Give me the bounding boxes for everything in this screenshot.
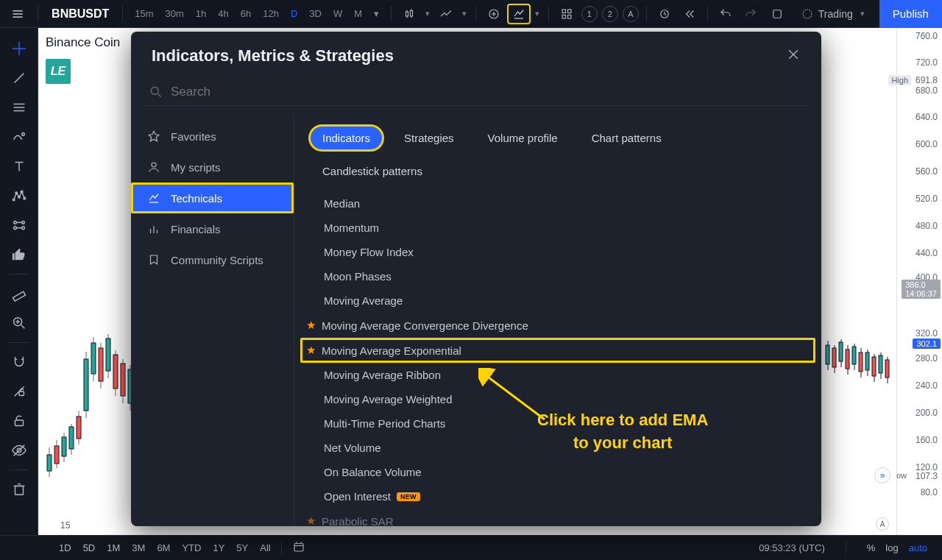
clock-label[interactable]: 09:53:23 (UTC): [759, 542, 825, 553]
tab-candlestick-patterns[interactable]: Candlestick patterns: [311, 160, 434, 182]
tf-3d[interactable]: 3D: [305, 7, 326, 21]
text-tool-icon[interactable]: [6, 153, 32, 180]
tf-4h[interactable]: 4h: [213, 7, 233, 21]
sidebar-item-technicals[interactable]: Technicals: [131, 182, 294, 213]
crosshair-tool-icon[interactable]: [6, 35, 32, 62]
list-item-median[interactable]: Median: [294, 191, 821, 216]
tf-1h[interactable]: 1h: [191, 7, 210, 21]
goto-date-icon[interactable]: [292, 540, 305, 556]
sidebar-item-favorites[interactable]: Favorites: [131, 121, 294, 152]
svg-rect-65: [84, 359, 88, 411]
brush-tool-icon[interactable]: [6, 124, 32, 150]
compare-add-icon[interactable]: [482, 4, 506, 24]
list-item-ma[interactable]: Moving Average: [294, 288, 821, 313]
tab-chart-patterns[interactable]: Chart patterns: [580, 127, 673, 149]
range-ytd[interactable]: YTD: [182, 542, 201, 553]
collapse-panel-icon[interactable]: »: [874, 467, 890, 483]
fib-tool-icon[interactable]: [6, 94, 32, 121]
layout-a[interactable]: A: [623, 6, 639, 22]
sidebar-item-myscripts[interactable]: My scripts: [131, 152, 294, 182]
list-item-ema[interactable]: ★Moving Average Exponential: [300, 338, 815, 363]
list-item-obv[interactable]: On Balance Volume: [294, 460, 821, 484]
tf-m[interactable]: M: [350, 7, 366, 21]
list-item-macd[interactable]: ★Moving Average Convergence Divergence: [294, 313, 821, 338]
search-input[interactable]: [171, 85, 804, 99]
trendline-tool-icon[interactable]: [6, 65, 32, 91]
modal-search[interactable]: [144, 79, 808, 106]
log-toggle[interactable]: log: [885, 542, 898, 553]
tab-volume-profile[interactable]: Volume profile: [476, 127, 570, 149]
list-item-nv[interactable]: Net Volume: [294, 436, 821, 460]
range-all[interactable]: All: [260, 542, 270, 553]
list-item-maw[interactable]: Moving Average Weighted: [294, 387, 821, 411]
tf-w[interactable]: W: [329, 7, 347, 21]
layout-grid-icon[interactable]: [555, 4, 578, 24]
tf-more-icon[interactable]: ▾: [369, 7, 383, 21]
svg-rect-63: [77, 417, 81, 439]
trading-panel-toggle[interactable]: Trading ▾: [795, 7, 874, 21]
tf-6h[interactable]: 6h: [236, 7, 255, 21]
ruler-tool-icon[interactable]: [6, 280, 32, 307]
visibility-tool-icon[interactable]: [6, 437, 32, 464]
auto-toggle[interactable]: auto: [909, 542, 927, 553]
indicators-icon[interactable]: [507, 4, 531, 24]
sidebar-item-financials[interactable]: Financials: [131, 213, 294, 244]
zoom-tool-icon[interactable]: [6, 310, 32, 336]
tab-indicators[interactable]: Indicators: [311, 127, 382, 149]
unlock-icon[interactable]: [6, 408, 32, 434]
undo-icon[interactable]: [714, 4, 737, 24]
modal-title: Indicators, Metrics & Strategies: [152, 46, 786, 65]
publish-button[interactable]: Publish: [879, 0, 942, 28]
axis-tick: 440.0: [916, 248, 938, 258]
pattern-tool-icon[interactable]: [6, 182, 32, 209]
tab-strategies[interactable]: Strategies: [392, 127, 466, 149]
svg-line-101: [158, 94, 161, 97]
chevron-down-icon[interactable]: ▾: [422, 9, 433, 18]
tf-15m[interactable]: 15m: [130, 7, 157, 21]
symbol-label[interactable]: BNBUSDT: [41, 7, 119, 21]
thumbs-up-icon[interactable]: [6, 241, 32, 268]
range-5y[interactable]: 5Y: [236, 542, 248, 553]
range-6m[interactable]: 6M: [157, 542, 170, 553]
range-5d[interactable]: 5D: [83, 542, 96, 553]
list-item-oi[interactable]: Open InterestNEW: [294, 484, 821, 508]
layout-2[interactable]: 2: [602, 6, 618, 22]
svg-rect-13: [562, 10, 566, 13]
list-item-momentum[interactable]: Momentum: [294, 216, 821, 240]
corner-autoscale-icon[interactable]: A: [876, 517, 889, 531]
chevron-down-icon[interactable]: ▾: [532, 9, 542, 18]
svg-rect-61: [69, 427, 74, 449]
tf-d[interactable]: D: [286, 7, 302, 21]
list-item-mfi[interactable]: Money Flow Index: [294, 240, 821, 264]
lock-drawings-icon[interactable]: [6, 378, 32, 405]
alert-icon[interactable]: [653, 4, 676, 24]
range-1y[interactable]: 1Y: [213, 542, 224, 553]
bottom-toolbar: 1D 5D 1M 3M 6M YTD 1Y 5Y All 09:53:23 (U…: [0, 535, 942, 560]
svg-rect-48: [15, 420, 23, 425]
axis-tick: 640.0: [916, 112, 938, 122]
range-3m[interactable]: 3M: [132, 542, 145, 553]
magnet-tool-icon[interactable]: [6, 349, 32, 375]
hamburger-menu[interactable]: [0, 7, 35, 21]
close-icon[interactable]: [786, 47, 801, 65]
price-axis[interactable]: 760.0 720.0 High 691.8 680.0 640.0 600.0…: [896, 28, 942, 535]
list-item-moon[interactable]: Moon Phases: [294, 264, 821, 288]
sidebar-item-community[interactable]: Community Scripts: [131, 244, 294, 275]
chart-type-candles-icon[interactable]: [397, 4, 421, 24]
tf-30m[interactable]: 30m: [161, 7, 188, 21]
redo-icon[interactable]: [739, 4, 762, 24]
tf-12h[interactable]: 12h: [258, 7, 283, 21]
list-item-psar[interactable]: ★Parabolic SAR: [294, 508, 821, 526]
projection-tool-icon[interactable]: [6, 212, 32, 238]
remove-drawings-icon[interactable]: [6, 476, 32, 503]
percent-toggle[interactable]: %: [867, 542, 876, 553]
layout-1[interactable]: 1: [581, 6, 598, 22]
range-1m[interactable]: 1M: [107, 542, 120, 553]
layout-save-icon[interactable]: [765, 4, 789, 24]
list-item-mtp[interactable]: Multi-Time Period Charts: [294, 411, 821, 436]
chart-type-line-icon[interactable]: [434, 4, 458, 24]
replay-icon[interactable]: [678, 4, 701, 24]
chevron-down-icon[interactable]: ▾: [459, 9, 470, 18]
list-item-ribbon[interactable]: Moving Average Ribbon: [294, 363, 821, 387]
range-1d[interactable]: 1D: [59, 542, 71, 553]
